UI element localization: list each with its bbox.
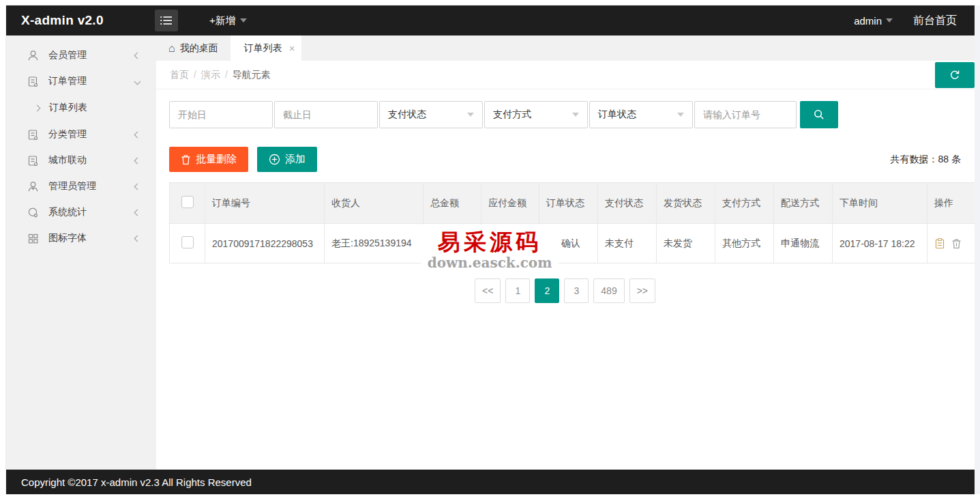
sidebar: 会员管理 订单管理 订单列表 [6,35,156,470]
col-order-no: 订单编号 [205,183,325,224]
main-area: ⌂ 我的桌面 订单列表 × 首页/演示/导航元素 [156,35,975,470]
pagination: << 1 2 3 489 >> [169,278,961,303]
chevron-left-icon [134,131,141,138]
close-icon[interactable]: × [289,42,295,54]
orders-table: 订单编号 收货人 总金额 应付金额 订单状态 支付状态 发货状态 支付方式 配送… [169,182,975,263]
col-pay-status: 支付状态 [598,183,657,224]
page-1-button[interactable]: 1 [505,278,530,303]
order-number-input[interactable] [694,101,797,128]
page-next-button[interactable]: >> [629,278,655,303]
select-all-checkbox[interactable] [181,196,194,208]
table-row: 2017009171822298053 老王:18925139194 确认 未支… [170,224,975,263]
sidebar-item-label: 系统统计 [48,206,135,218]
tab-order-list[interactable]: 订单列表 × [231,35,302,61]
watermark-url: down.easck.com [428,256,552,270]
sidebar-item-order-list[interactable]: 订单列表 [6,94,156,121]
chevron-left-icon [134,183,141,190]
cell-consignee: 老王:18925139194 [325,224,424,263]
pay-method-select[interactable]: 支付方式 [484,101,588,128]
page-2-button-active[interactable]: 2 [535,278,559,303]
sidebar-toggle-button[interactable] [155,10,178,31]
chevron-right-icon [34,104,41,111]
sidebar-item-icon-fonts[interactable]: 图标字体 [6,225,156,251]
sidebar-item-orders[interactable]: 订单管理 [6,68,156,94]
tab-label: 我的桌面 [180,42,218,55]
sidebar-item-label: 图标字体 [48,232,135,244]
sidebar-item-label: 订单管理 [48,75,135,87]
add-button[interactable]: 添加 [257,147,317,172]
chevron-down-icon [240,18,247,23]
cell-delivery: 申通物流 [774,224,833,263]
order-status-select[interactable]: 订单状态 [589,101,693,128]
batch-delete-label: 批量删除 [196,153,237,166]
search-icon [812,108,826,121]
col-ship-status: 发货状态 [657,183,715,224]
col-order-status: 订单状态 [539,183,598,224]
batch-delete-button[interactable]: 批量删除 [169,147,248,172]
category-form-icon [27,128,40,141]
content-panel: 支付状态 支付方式 订单状态 [156,89,975,470]
sidebar-item-label: 管理员管理 [48,180,135,192]
chevron-down-icon [677,113,684,117]
sidebar-item-statistics[interactable]: 系统统计 [6,199,156,225]
chevron-left-icon [134,209,141,216]
chevron-down-icon [572,113,579,117]
order-status-select-value: 订单状态 [598,109,636,121]
tab-label: 订单列表 [244,42,282,55]
cell-time: 2017-08-17 18:22 [833,224,927,263]
table-header-row: 订单编号 收货人 总金额 应付金额 订单状态 支付状态 发货状态 支付方式 配送… [170,183,975,224]
refresh-icon [948,68,962,82]
statistics-icon [27,206,40,219]
sidebar-item-admins[interactable]: 管理员管理 [6,173,156,199]
chevron-left-icon [134,157,141,164]
tab-my-desktop[interactable]: ⌂ 我的桌面 [156,35,231,61]
page-prev-button[interactable]: << [475,278,501,303]
col-total: 总金额 [424,183,481,224]
chevron-left-icon [134,52,141,59]
city-form-icon [27,154,40,167]
breadcrumb: 首页/演示/导航元素 [156,69,271,81]
start-date-input[interactable] [169,101,273,128]
col-payable: 应付金额 [481,183,539,224]
new-dropdown[interactable]: +新增 [209,14,247,27]
top-navbar: X-admin v2.0 +新增 admin 前台首页 [6,5,975,35]
breadcrumb-current: 导航元素 [233,69,271,80]
row-actions [934,238,968,249]
row-checkbox[interactable] [181,236,194,248]
copyright-text: Copyright ©2017 x-admin v2.3 All Rights … [21,476,252,488]
sidebar-item-label: 城市联动 [48,154,135,167]
footer: Copyright ©2017 x-admin v2.3 All Rights … [6,470,975,494]
watermark-title: 易采源码 [438,231,541,253]
user-dropdown[interactable]: admin [854,15,893,27]
col-ops: 操作 [927,183,975,224]
sidebar-item-categories[interactable]: 分类管理 [6,121,156,147]
breadcrumb-demo[interactable]: 演示 [201,69,220,80]
sidebar-item-city-linkage[interactable]: 城市联动 [6,147,156,173]
pay-method-select-value: 支付方式 [493,109,531,121]
tab-bar: ⌂ 我的桌面 订单列表 × [156,35,975,61]
page-489-button[interactable]: 489 [593,278,624,303]
sidebar-item-label: 分类管理 [48,128,135,141]
trash-icon [181,154,191,165]
breadcrumb-separator: / [194,69,196,80]
search-button[interactable] [800,101,838,128]
chevron-down-icon [886,18,893,23]
delete-trash-icon[interactable] [951,238,962,249]
filter-bar: 支付状态 支付方式 订单状态 [169,101,961,128]
page-3-button[interactable]: 3 [564,278,589,303]
breadcrumb-home[interactable]: 首页 [170,69,189,80]
total-count-text: 共有数据：88 条 [891,154,961,166]
frontend-home-link[interactable]: 前台首页 [913,14,957,28]
user-name: admin [854,15,882,27]
add-label: 添加 [285,153,306,166]
pay-status-select-value: 支付状态 [388,109,426,121]
cell-ship-status: 未发货 [657,224,715,263]
end-date-input[interactable] [274,101,378,128]
edit-note-icon[interactable] [934,238,945,249]
new-dropdown-label: +新增 [209,14,236,27]
pay-status-select[interactable]: 支付状态 [379,101,483,128]
col-delivery: 配送方式 [774,183,833,224]
refresh-button[interactable] [935,62,975,88]
sidebar-item-members[interactable]: 会员管理 [6,42,156,68]
cell-order-no: 2017009171822298053 [205,224,325,263]
